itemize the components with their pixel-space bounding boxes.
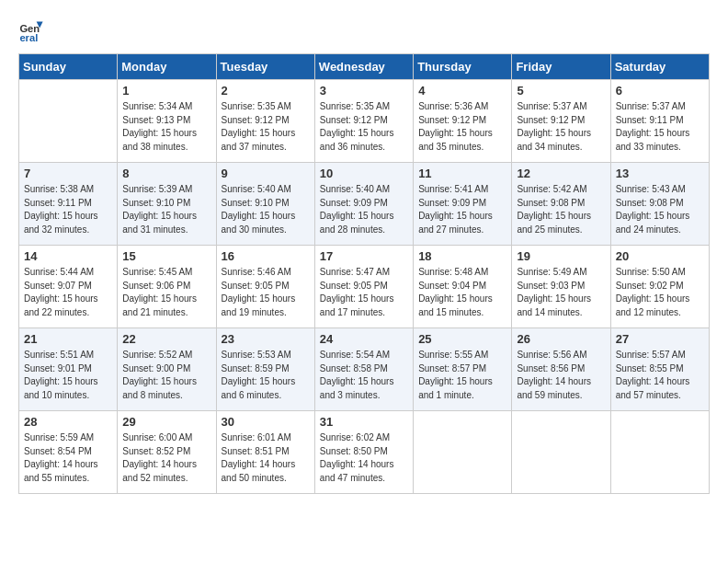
day-info: Sunrise: 5:40 AMSunset: 9:09 PMDaylight:… [320, 183, 408, 236]
day-info: Sunrise: 5:53 AMSunset: 8:59 PMDaylight:… [222, 349, 310, 402]
day-number: 5 [517, 84, 605, 98]
day-cell [414, 411, 512, 494]
day-cell: 14Sunrise: 5:44 AMSunset: 9:07 PMDayligh… [19, 246, 118, 328]
day-number: 13 [616, 167, 704, 180]
day-info: Sunrise: 5:36 AMSunset: 9:12 PMDaylight:… [418, 100, 506, 154]
day-number: 23 [222, 332, 310, 346]
day-number: 31 [320, 415, 408, 429]
day-cell [610, 411, 709, 494]
calendar-table: SundayMondayTuesdayWednesdayThursdayFrid… [18, 53, 710, 494]
day-cell: 24Sunrise: 5:54 AMSunset: 8:58 PMDayligh… [314, 328, 413, 411]
day-number: 16 [222, 249, 310, 263]
day-cell: 8Sunrise: 5:39 AMSunset: 9:10 PMDaylight… [118, 163, 216, 246]
day-cell: 30Sunrise: 6:01 AMSunset: 8:51 PMDayligh… [216, 411, 314, 494]
day-cell: 15Sunrise: 5:45 AMSunset: 9:06 PMDayligh… [118, 246, 216, 328]
day-cell: 1Sunrise: 5:34 AMSunset: 9:13 PMDaylight… [118, 80, 216, 163]
svg-text:eral: eral [19, 32, 38, 43]
day-cell: 29Sunrise: 6:00 AMSunset: 8:52 PMDayligh… [118, 411, 216, 494]
day-number: 28 [24, 415, 112, 429]
day-cell: 18Sunrise: 5:48 AMSunset: 9:04 PMDayligh… [414, 246, 512, 328]
col-header-thursday: Thursday [414, 54, 512, 80]
header-row: SundayMondayTuesdayWednesdayThursdayFrid… [19, 54, 710, 80]
day-number: 18 [418, 249, 506, 263]
day-info: Sunrise: 5:48 AMSunset: 9:04 PMDaylight:… [418, 266, 506, 319]
day-info: Sunrise: 5:50 AMSunset: 9:02 PMDaylight:… [616, 266, 704, 319]
col-header-saturday: Saturday [610, 54, 709, 80]
col-header-monday: Monday [118, 54, 216, 80]
day-info: Sunrise: 6:02 AMSunset: 8:50 PMDaylight:… [320, 431, 408, 485]
day-info: Sunrise: 6:00 AMSunset: 8:52 PMDaylight:… [122, 431, 210, 485]
week-row-2: 7Sunrise: 5:38 AMSunset: 9:11 PMDaylight… [19, 163, 710, 246]
day-number: 27 [616, 332, 704, 346]
week-row-5: 28Sunrise: 5:59 AMSunset: 8:54 PMDayligh… [19, 411, 710, 494]
col-header-wednesday: Wednesday [314, 54, 413, 80]
day-number: 9 [222, 167, 310, 180]
day-info: Sunrise: 5:39 AMSunset: 9:10 PMDaylight:… [122, 183, 210, 236]
day-info: Sunrise: 5:54 AMSunset: 8:58 PMDaylight:… [320, 349, 408, 402]
day-info: Sunrise: 5:44 AMSunset: 9:07 PMDaylight:… [24, 266, 112, 319]
day-info: Sunrise: 5:47 AMSunset: 9:05 PMDaylight:… [320, 266, 408, 319]
day-cell: 9Sunrise: 5:40 AMSunset: 9:10 PMDaylight… [216, 163, 314, 246]
day-info: Sunrise: 5:42 AMSunset: 9:08 PMDaylight:… [517, 183, 605, 236]
day-cell: 4Sunrise: 5:36 AMSunset: 9:12 PMDaylight… [414, 80, 512, 163]
day-number: 30 [222, 415, 310, 429]
day-cell: 25Sunrise: 5:55 AMSunset: 8:57 PMDayligh… [414, 328, 512, 411]
day-number: 20 [616, 249, 704, 263]
week-row-3: 14Sunrise: 5:44 AMSunset: 9:07 PMDayligh… [19, 246, 710, 328]
logo: Gen eral [18, 18, 48, 44]
day-cell: 2Sunrise: 5:35 AMSunset: 9:12 PMDaylight… [216, 80, 314, 163]
day-cell: 10Sunrise: 5:40 AMSunset: 9:09 PMDayligh… [314, 163, 413, 246]
day-info: Sunrise: 5:41 AMSunset: 9:09 PMDaylight:… [418, 183, 506, 236]
day-cell: 27Sunrise: 5:57 AMSunset: 8:55 PMDayligh… [610, 328, 709, 411]
day-number: 25 [418, 332, 506, 346]
day-cell: 7Sunrise: 5:38 AMSunset: 9:11 PMDaylight… [19, 163, 118, 246]
day-number: 22 [122, 332, 210, 346]
day-info: Sunrise: 5:57 AMSunset: 8:55 PMDaylight:… [616, 349, 704, 402]
logo-icon: Gen eral [18, 18, 44, 44]
day-number: 26 [517, 332, 605, 346]
day-number: 3 [320, 84, 408, 98]
day-number: 6 [616, 84, 704, 98]
day-info: Sunrise: 5:51 AMSunset: 9:01 PMDaylight:… [24, 349, 112, 402]
day-cell: 23Sunrise: 5:53 AMSunset: 8:59 PMDayligh… [216, 328, 314, 411]
day-info: Sunrise: 5:37 AMSunset: 9:12 PMDaylight:… [517, 100, 605, 154]
day-number: 8 [122, 167, 210, 180]
day-number: 15 [122, 249, 210, 263]
day-number: 2 [222, 84, 310, 98]
day-info: Sunrise: 5:34 AMSunset: 9:13 PMDaylight:… [122, 100, 210, 154]
day-number: 29 [122, 415, 210, 429]
day-info: Sunrise: 5:43 AMSunset: 9:08 PMDaylight:… [616, 183, 704, 236]
day-cell [512, 411, 610, 494]
day-number: 21 [24, 332, 112, 346]
day-cell: 13Sunrise: 5:43 AMSunset: 9:08 PMDayligh… [610, 163, 709, 246]
day-number: 1 [122, 84, 210, 98]
day-cell: 26Sunrise: 5:56 AMSunset: 8:56 PMDayligh… [512, 328, 610, 411]
col-header-sunday: Sunday [19, 54, 118, 80]
week-row-4: 21Sunrise: 5:51 AMSunset: 9:01 PMDayligh… [19, 328, 710, 411]
day-cell: 12Sunrise: 5:42 AMSunset: 9:08 PMDayligh… [512, 163, 610, 246]
day-number: 14 [24, 249, 112, 263]
day-cell: 21Sunrise: 5:51 AMSunset: 9:01 PMDayligh… [19, 328, 118, 411]
day-cell: 20Sunrise: 5:50 AMSunset: 9:02 PMDayligh… [610, 246, 709, 328]
day-number: 7 [24, 167, 112, 180]
day-info: Sunrise: 5:37 AMSunset: 9:11 PMDaylight:… [616, 100, 704, 154]
day-cell: 17Sunrise: 5:47 AMSunset: 9:05 PMDayligh… [314, 246, 413, 328]
week-row-1: 1Sunrise: 5:34 AMSunset: 9:13 PMDaylight… [19, 80, 710, 163]
col-header-friday: Friday [512, 54, 610, 80]
day-cell: 28Sunrise: 5:59 AMSunset: 8:54 PMDayligh… [19, 411, 118, 494]
day-number: 10 [320, 167, 408, 180]
page-header: Gen eral [18, 18, 710, 44]
day-info: Sunrise: 5:45 AMSunset: 9:06 PMDaylight:… [122, 266, 210, 319]
day-number: 11 [418, 167, 506, 180]
day-info: Sunrise: 5:55 AMSunset: 8:57 PMDaylight:… [418, 349, 506, 402]
day-cell: 6Sunrise: 5:37 AMSunset: 9:11 PMDaylight… [610, 80, 709, 163]
day-cell: 3Sunrise: 5:35 AMSunset: 9:12 PMDaylight… [314, 80, 413, 163]
day-info: Sunrise: 5:35 AMSunset: 9:12 PMDaylight:… [222, 100, 310, 154]
day-number: 19 [517, 249, 605, 263]
day-number: 24 [320, 332, 408, 346]
day-number: 4 [418, 84, 506, 98]
day-info: Sunrise: 6:01 AMSunset: 8:51 PMDaylight:… [222, 431, 310, 485]
day-cell: 5Sunrise: 5:37 AMSunset: 9:12 PMDaylight… [512, 80, 610, 163]
day-cell: 19Sunrise: 5:49 AMSunset: 9:03 PMDayligh… [512, 246, 610, 328]
day-info: Sunrise: 5:35 AMSunset: 9:12 PMDaylight:… [320, 100, 408, 154]
